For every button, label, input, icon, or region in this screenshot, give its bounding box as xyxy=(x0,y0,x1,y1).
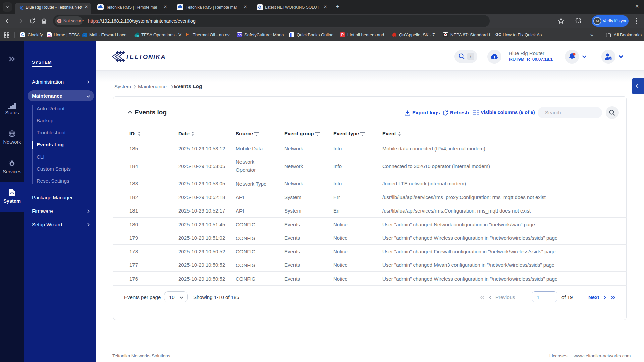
svg-text:o: o xyxy=(83,34,84,37)
svg-text:TELTONIKA: TELTONIKA xyxy=(125,53,166,60)
svg-text:SC: SC xyxy=(238,34,241,37)
